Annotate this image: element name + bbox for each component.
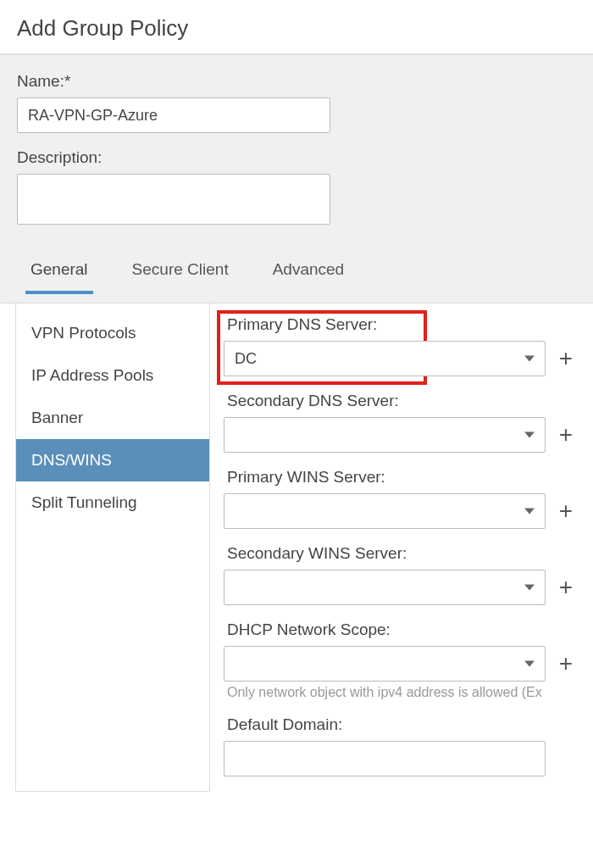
sidebar-item-dns-wins[interactable]: DNS/WINS (16, 439, 209, 481)
default-domain-label: Default Domain: (224, 715, 593, 734)
primary-wins-row: Primary WINS Server: + (224, 468, 593, 529)
primary-wins-add-button[interactable]: + (554, 499, 578, 523)
primary-wins-label: Primary WINS Server: (224, 468, 593, 487)
name-input[interactable] (17, 97, 330, 133)
dialog-header: Add Group Policy (0, 0, 593, 55)
primary-dns-add-button[interactable]: + (554, 347, 578, 370)
secondary-wins-add-button[interactable]: + (554, 576, 578, 599)
dhcp-scope-select[interactable] (224, 646, 546, 682)
dhcp-scope-add-button[interactable]: + (554, 652, 578, 676)
top-form: Name:* Description: General Secure Clien… (0, 55, 593, 303)
sidebar: VPN Protocols IP Address Pools Banner DN… (15, 303, 210, 792)
description-label: Description: (17, 148, 576, 167)
content-area: VPN Protocols IP Address Pools Banner DN… (0, 303, 593, 792)
dhcp-scope-row: DHCP Network Scope: + Only network objec… (224, 620, 593, 700)
sidebar-item-banner[interactable]: Banner (16, 397, 209, 439)
dhcp-scope-hint: Only network object with ipv4 address is… (224, 685, 593, 700)
dhcp-scope-label: DHCP Network Scope: (224, 620, 593, 639)
tabs-bar: General Secure Client Advanced (17, 243, 576, 294)
default-domain-input[interactable] (224, 741, 546, 776)
secondary-wins-select[interactable] (224, 570, 546, 605)
primary-dns-row: Primary DNS Server: DC + (224, 315, 593, 376)
chevron-down-icon (524, 509, 535, 515)
primary-wins-select[interactable] (224, 493, 546, 529)
primary-dns-select[interactable]: DC (224, 341, 546, 376)
main-panel: Primary DNS Server: DC + Secondary DNS S… (210, 303, 593, 792)
default-domain-row: Default Domain: (224, 715, 593, 776)
tab-advanced[interactable]: Advanced (268, 252, 350, 294)
chevron-down-icon (524, 356, 535, 362)
chevron-down-icon (524, 585, 535, 591)
sidebar-item-ip-address-pools[interactable]: IP Address Pools (16, 354, 209, 397)
sidebar-item-vpn-protocols[interactable]: VPN Protocols (16, 312, 209, 354)
secondary-dns-add-button[interactable]: + (554, 423, 578, 447)
page-title: Add Group Policy (17, 15, 576, 42)
tab-general[interactable]: General (25, 252, 93, 294)
tab-secure-client[interactable]: Secure Client (127, 252, 234, 294)
chevron-down-icon (524, 661, 535, 667)
secondary-wins-label: Secondary WINS Server: (224, 544, 593, 563)
secondary-dns-label: Secondary DNS Server: (224, 392, 593, 410)
secondary-wins-row: Secondary WINS Server: + (224, 544, 593, 605)
secondary-dns-row: Secondary DNS Server: + (224, 392, 593, 453)
name-label: Name:* (17, 72, 576, 91)
primary-dns-label: Primary DNS Server: (224, 315, 593, 334)
description-input[interactable] (17, 174, 330, 225)
chevron-down-icon (524, 432, 535, 438)
primary-dns-value: DC (235, 350, 257, 368)
sidebar-item-split-tunneling[interactable]: Split Tunneling (16, 481, 209, 524)
secondary-dns-select[interactable] (224, 417, 546, 453)
